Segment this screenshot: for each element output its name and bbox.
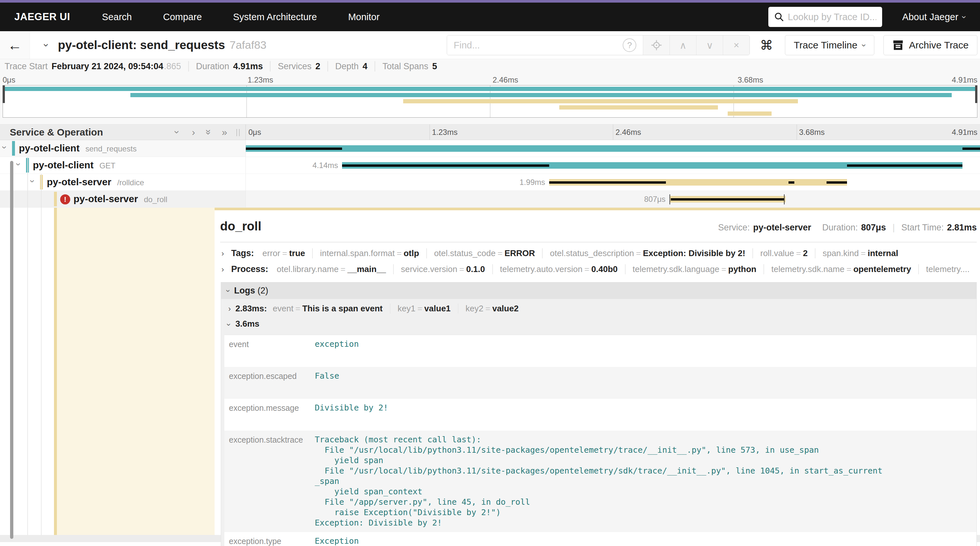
minimap-drag-handle-right[interactable] [975,86,977,103]
process-item[interactable]: service.version=0.1.0 [394,264,493,274]
span-bar-cell[interactable]: 1.99ms [246,174,980,190]
log-field-item[interactable]: event=This is a span event [273,303,390,314]
chevron-down-icon[interactable]: › [0,146,10,149]
span-bar[interactable] [246,145,980,152]
tag-item[interactable]: span.kind=internal [816,248,905,259]
about-jaeger-menu[interactable]: About Jaeger › [902,12,966,22]
span-bar-cell[interactable]: 4.14ms [246,157,980,173]
log-table-row[interactable]: exception.escapedFalse [224,367,977,399]
log-field-value: This is a span event [302,303,383,313]
nav-item-system-architecture[interactable]: System Architecture [233,12,317,22]
tags-list: error=trueinternal.span.format=otlpotel.… [262,248,905,259]
log-field-item[interactable]: key2=value2 [458,303,526,314]
find-next-button[interactable]: ∨ [696,35,723,55]
nav-item-search[interactable]: Search [102,12,132,22]
equals-sign: = [845,264,853,274]
log-field-key: key2 [466,303,484,313]
collapse-trace-chevron-icon[interactable]: › [41,44,52,47]
keyboard-shortcuts-button[interactable]: ⌘ [757,35,776,55]
nav-item-compare[interactable]: Compare [163,12,202,22]
process-key: telemetry.... [926,264,970,274]
minimap-drag-handle-left[interactable] [3,86,5,103]
tag-value: Exception: Divisible by 2! [643,248,745,258]
span-name-cell[interactable]: !py-otel-serverdo_roll [0,191,246,207]
operation-name: send_requests [86,144,137,153]
process-item[interactable]: telemetry.sdk.language=python [625,264,764,274]
process-item[interactable]: telemetry.auto.version=0.40b0 [493,264,625,274]
log-table-row[interactable]: exception.stacktraceTraceback (most rece… [224,431,977,532]
log-marker[interactable] [784,194,784,205]
find-clear-button[interactable]: × [723,35,749,55]
trace-toolbar: ? ∧ ∨ × ⌘ Trace Timeline › [447,35,977,55]
tick-label: 2.46ms [493,75,518,84]
tag-key: roll.value [760,248,794,258]
tag-item[interactable]: otel.status_code=ERROR [427,248,542,259]
span-row-send_requests[interactable]: ›py-otel-clientsend_requests [0,140,980,157]
expand-all-icon[interactable]: » [222,124,227,140]
tree-guide-line [41,208,41,535]
tag-item[interactable]: roll.value=2 [753,248,816,259]
question-icon: ? [623,38,636,52]
find-help-button[interactable]: ? [616,35,643,55]
log-table-row[interactable]: eventexception [224,335,977,367]
process-value: opentelemetry [853,264,911,274]
tag-value: true [289,248,305,258]
process-key: service.version [401,264,457,274]
app-logo[interactable]: JAEGER UI [14,11,70,23]
tag-item[interactable]: internal.span.format=otlp [313,248,427,259]
equals-sign: = [280,248,289,258]
span-list-scrollbar[interactable] [10,161,13,539]
process-item[interactable]: otel.library.name=__main__ [277,264,394,274]
span-row-rolldice[interactable]: ›py-otel-server/rolldice1.99ms [0,174,980,191]
chevron-up-icon: ∧ [679,40,687,51]
log-field-key: event [273,303,294,313]
span-name-cell[interactable]: ›py-otel-clientsend_requests [0,140,246,157]
tag-key: otel.status_description [550,248,634,258]
archive-trace-button[interactable]: Archive Trace [883,35,977,55]
span-bar-cell[interactable]: 807μs [246,191,980,207]
trace-title: py-otel-client: send_requests [58,38,225,52]
trace-view-selector[interactable]: Trace Timeline › [785,35,874,55]
chevron-down-icon[interactable]: › [27,180,37,183]
chevron-right-icon: › [220,249,231,258]
column-resize-handle[interactable] [236,129,240,136]
process-item[interactable]: telemetry.sdk.name=opentelemetry [764,264,919,274]
process-item[interactable]: telemetry.... [919,264,977,274]
trace-lookup-input[interactable] [788,12,876,22]
span-detail-header: do_roll Service:py-otel-server Duration:… [220,219,977,233]
focus-span-button[interactable] [643,35,670,55]
log-field-item[interactable]: key1=value1 [390,303,458,314]
collapse-all-icon[interactable]: » [201,129,216,135]
log-table-row[interactable]: exception.typeException [224,532,977,546]
span-bar-cell[interactable] [246,140,980,157]
find-prev-button[interactable]: ∧ [670,35,696,55]
tick-label: 0μs [248,128,261,137]
span-name-cell[interactable]: ›py-otel-server/rolldice [0,174,246,190]
trace-timeline-minimap: 0μs1.23ms2.46ms3.68ms4.91ms [0,73,980,124]
critical-path-segment [847,165,963,167]
log-entry-collapsed[interactable]: › 2.83ms: event=This is a span eventkey1… [221,299,977,317]
nav-item-monitor[interactable]: Monitor [348,12,380,22]
log-table-row[interactable]: exception.messageDivisible by 2! [224,399,977,431]
collapse-one-icon[interactable]: › [170,131,185,134]
minimap-canvas[interactable] [3,85,977,117]
span-row-GET[interactable]: ›py-otel-clientGET4.14ms [0,157,980,174]
chevron-down-icon: › [224,290,233,292]
span-color-accent [54,192,57,206]
tag-item[interactable]: error=true [262,248,313,259]
timeline-tick-header: 0μs1.23ms2.46ms3.68ms4.91ms [246,124,980,140]
log-entry-expanded[interactable]: › 3.6ms [221,317,977,333]
expand-one-icon[interactable]: › [192,124,195,140]
find-input[interactable] [447,35,616,55]
tags-accordion[interactable]: › Tags: error=trueinternal.span.format=o… [220,248,977,259]
trace-lookup-box[interactable] [768,7,882,27]
span-name-cell[interactable]: ›py-otel-clientGET [0,157,246,173]
chevron-down-icon[interactable]: › [13,163,24,166]
tick-label: 4.91ms [952,128,977,137]
process-accordion[interactable]: › Process: otel.library.name=__main__ser… [220,264,977,274]
span-row-do_roll[interactable]: !py-otel-serverdo_roll807μs [0,191,980,208]
logs-header[interactable]: ›Logs (2) [221,283,977,299]
tag-item[interactable]: otel.status_description=Exception: Divis… [542,248,753,259]
log-marker[interactable] [670,194,670,205]
back-button[interactable]: ← [0,31,30,59]
